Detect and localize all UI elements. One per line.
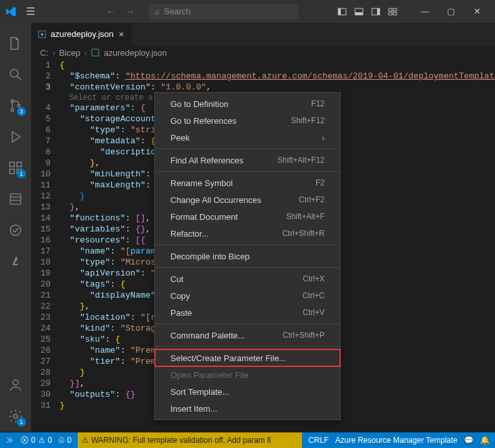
menu-change-all[interactable]: Change All OccurrencesCtrl+F2: [155, 191, 340, 208]
svg-rect-16: [10, 162, 14, 167]
menu-cut[interactable]: CutCtrl+X: [155, 270, 340, 287]
status-eol[interactable]: CRLF: [308, 436, 328, 445]
bell-icon[interactable]: 🔔: [480, 436, 490, 445]
search-input[interactable]: ⌕ Search: [149, 4, 298, 19]
statusbar: ⓧ0 ⚠0 ⦾ 0 ⚠ WARNING: Full template valid…: [0, 432, 495, 448]
settings-icon[interactable]: 1: [0, 401, 31, 432]
menu-find-references[interactable]: Find All ReferencesShift+Alt+F12: [155, 152, 340, 169]
search-placeholder: Search: [164, 6, 190, 16]
tab-azuredeploy[interactable]: azuredeploy.json ×: [31, 23, 133, 45]
layout-icon[interactable]: [385, 4, 400, 19]
debug-icon[interactable]: [0, 121, 31, 152]
svg-rect-19: [17, 162, 21, 167]
svg-rect-1: [338, 8, 341, 15]
remote-icon[interactable]: [5, 436, 14, 445]
chevron-right-icon: ›: [322, 133, 325, 143]
arm-file-icon: [38, 30, 47, 39]
azure-icon[interactable]: [0, 246, 31, 277]
menu-separator: [155, 148, 340, 149]
menu-goto-definition[interactable]: Go to DefinitionF12: [155, 95, 340, 112]
svg-rect-8: [389, 12, 392, 15]
arm-template-icon[interactable]: [0, 183, 31, 215]
search-activity-icon[interactable]: [0, 59, 31, 90]
test-icon[interactable]: [0, 215, 31, 246]
error-icon: ⓧ: [21, 435, 29, 446]
context-menu: Go to DefinitionF12 Go to ReferencesShif…: [154, 92, 341, 420]
menu-refactor[interactable]: Refactor...Ctrl+Shift+R: [155, 225, 340, 242]
menu-separator: [155, 346, 340, 347]
arm-file-icon: [91, 48, 100, 57]
tabs: azuredeploy.json × ⋯: [31, 23, 495, 45]
menu-goto-references[interactable]: Go to ReferencesShift+F12: [155, 112, 340, 129]
bc-folder: Bicep: [59, 48, 80, 58]
feedback-icon[interactable]: 💬: [464, 436, 474, 445]
warning-triangle-icon: ⚠: [82, 436, 89, 445]
svg-rect-20: [10, 194, 21, 204]
tab-label: azuredeploy.json: [51, 29, 113, 39]
menu-copy[interactable]: CopyCtrl+C: [155, 287, 340, 304]
menu-open-parameter-file: Open Parameter File: [155, 366, 340, 383]
radio-icon[interactable]: ⦾ 0: [58, 436, 71, 445]
settings-badge: 1: [17, 418, 26, 427]
panel-right-icon[interactable]: [368, 4, 384, 19]
close-icon[interactable]: ✕: [464, 2, 490, 21]
maximize-icon[interactable]: ▢: [438, 2, 464, 21]
menu-separator: [155, 171, 340, 172]
menu-format[interactable]: Format DocumentShift+Alt+F: [155, 208, 340, 225]
titlebar: ☰ ← → ⌕ Search — ▢ ✕: [0, 0, 495, 23]
menu-separator: [155, 324, 340, 324]
svg-marker-15: [12, 132, 20, 142]
minimize-icon[interactable]: —: [412, 2, 438, 21]
svg-point-12: [11, 100, 14, 102]
menu-decompile[interactable]: Decompile into Bicep: [155, 248, 340, 265]
status-warning[interactable]: ⚠ WARNING: Full template validation off.…: [78, 432, 302, 448]
menu-sort-template[interactable]: Sort Template...: [155, 383, 340, 400]
menu-separator: [155, 267, 340, 268]
extensions-icon[interactable]: 1: [0, 152, 31, 183]
svg-rect-17: [10, 169, 14, 174]
svg-rect-29: [92, 49, 99, 56]
account-icon[interactable]: [0, 370, 31, 401]
svg-rect-3: [355, 12, 363, 15]
bc-root: C:: [40, 48, 49, 58]
status-language[interactable]: Azure Resource Manager Template: [335, 436, 457, 445]
source-control-icon[interactable]: 3: [0, 90, 31, 121]
status-problems[interactable]: ⓧ0 ⚠0: [21, 435, 52, 446]
menu-paste[interactable]: PasteCtrl+V: [155, 304, 340, 321]
search-icon: ⌕: [155, 6, 160, 16]
svg-line-11: [17, 77, 21, 80]
activitybar: 3 1 1: [0, 23, 31, 432]
explorer-icon[interactable]: [0, 28, 31, 59]
svg-point-24: [13, 380, 18, 385]
tab-close-icon[interactable]: ×: [117, 29, 125, 40]
svg-point-25: [14, 414, 17, 418]
menu-command-palette[interactable]: Command Palette...Ctrl+Shift+P: [155, 327, 340, 344]
panel-left-icon[interactable]: [334, 4, 350, 19]
vscode-logo-icon: [5, 6, 17, 18]
breadcrumb[interactable]: C:› Bicep› azuredeploy.json: [31, 45, 495, 60]
svg-rect-9: [393, 12, 397, 15]
nav-forward-icon[interactable]: →: [122, 4, 139, 19]
nav-back-icon[interactable]: ←: [102, 4, 119, 19]
bc-file: azuredeploy.json: [104, 48, 167, 58]
warning-icon: ⚠: [38, 436, 45, 445]
svg-point-13: [11, 109, 14, 112]
svg-point-23: [10, 225, 21, 235]
gutter: 1234567891011121314151617181920212223242…: [31, 60, 60, 411]
svg-rect-5: [377, 8, 380, 15]
svg-rect-7: [393, 8, 397, 11]
menu-icon[interactable]: ☰: [22, 5, 39, 18]
panel-bottom-icon[interactable]: [351, 4, 367, 19]
menu-rename[interactable]: Rename SymbolF2: [155, 174, 340, 191]
menu-separator: [155, 244, 340, 245]
svg-point-10: [10, 69, 18, 77]
source-badge: 3: [17, 107, 26, 116]
menu-select-parameter-file[interactable]: Select/Create Parameter File...: [155, 349, 340, 366]
menu-insert-item[interactable]: Insert Item...: [155, 400, 340, 417]
ext-badge: 1: [17, 169, 26, 178]
menu-peek[interactable]: Peek›: [155, 129, 340, 146]
svg-rect-6: [389, 8, 392, 11]
